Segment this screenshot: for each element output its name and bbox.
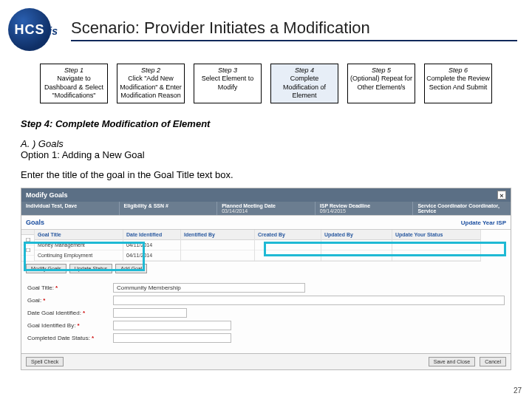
step-label: Step 6 <box>426 66 490 75</box>
goal-form: Goal Title:* Community Membership Goal:*… <box>21 276 511 353</box>
col-goal-title: Goal Title <box>35 230 123 240</box>
step-6: Step 6 Complete the Review Section And S… <box>424 64 492 103</box>
goal-label: Goal:* <box>27 297 109 304</box>
meta-individual: Individual Test, Dave <box>21 202 120 215</box>
goals-grid: ☐ ☐ Goal Title Money Management Continui… <box>21 230 511 262</box>
meta-value: 09/14/2015 <box>320 208 346 214</box>
step-label: Step 2 <box>119 66 183 75</box>
steps-row: Step 1 Navigate to Dashboard & Select "M… <box>0 52 532 108</box>
goals-subhead: A. ) Goals <box>0 132 532 149</box>
meta-label: Individual Test, Dave <box>26 203 115 208</box>
step-text: Complete the Review Section And Submit <box>426 75 490 90</box>
goal-title-cell[interactable]: Continuing Employment <box>35 250 123 261</box>
completed-date-status-label: Completed Date Status:* <box>27 335 109 341</box>
meta-eligibility: Eligibility & SSN # <box>120 202 218 215</box>
col-date-identified: Date Identified <box>123 230 180 240</box>
step-text: (Optional) Repeat for Other Element/s <box>350 75 412 90</box>
row-checkbox[interactable]: ☐ <box>21 235 34 245</box>
goal-identified-by-input[interactable] <box>113 321 231 330</box>
hcsis-logo: HCS is <box>7 7 59 52</box>
step-text: Navigate to Dashboard & Select "Modifica… <box>44 75 103 99</box>
col-cb <box>21 230 34 235</box>
date-goal-identified-label: Date Goal Identified:* <box>27 310 109 316</box>
title-underline <box>71 40 517 41</box>
cell <box>392 250 480 261</box>
panel-header: Modify Goals × <box>21 188 511 202</box>
col-created-by: Created By <box>255 230 321 240</box>
grid-action-buttons: Modify Goals Update Status Add Goal <box>21 262 511 276</box>
goal-title-input[interactable]: Community Membership <box>113 283 305 293</box>
col-updated-by: Updated By <box>321 230 392 240</box>
meta-isp-deadline: ISP Review Deadline 09/14/2015 <box>316 202 414 215</box>
meta-value: 03/14/2014 <box>222 208 248 214</box>
cell <box>181 240 254 250</box>
page-number: 27 <box>514 386 522 395</box>
cancel-button[interactable]: Cancel <box>480 357 506 366</box>
step-label: Step 1 <box>42 66 106 75</box>
logo-circle: HCS <box>8 8 51 51</box>
col-identified-by: Identified By <box>181 230 254 240</box>
date-cell: 04/11/2014 <box>123 240 180 250</box>
panel-bottom-buttons: Spell Check Save and Close Cancel <box>21 353 511 369</box>
logo-hc-text: HCS <box>14 22 44 38</box>
step-2: Step 2 Click "Add New Modification" & En… <box>117 64 185 103</box>
modify-goals-panel: Modify Goals × Individual Test, Dave Eli… <box>21 188 511 370</box>
modify-goals-button[interactable]: Modify Goals <box>26 264 66 273</box>
add-goal-button[interactable]: Add Goal <box>115 264 147 273</box>
update-year-isp-link[interactable]: Update Year ISP <box>461 219 506 226</box>
option-subhead: Option 1: Adding a New Goal <box>0 149 532 166</box>
goal-title-label: Goal Title:* <box>27 284 109 291</box>
save-and-close-button[interactable]: Save and Close <box>429 357 475 366</box>
date-goal-identified-input[interactable] <box>113 308 187 318</box>
cell <box>181 250 254 261</box>
meta-coordinator: Service Coordinator Coordinator, Service <box>413 202 511 215</box>
goals-bar: Goals Update Year ISP <box>21 215 511 230</box>
close-icon[interactable]: × <box>497 191 506 200</box>
step-text: Click "Add New Modification" & Enter Mod… <box>120 75 182 99</box>
meta-label: Eligibility & SSN # <box>124 203 213 208</box>
step-5: Step 5 (Optional) Repeat for Other Eleme… <box>347 64 415 103</box>
meta-label: Service Coordinator Coordinator, Service <box>417 203 506 214</box>
title-wrap: Scenario: Provider Initiates a Modificat… <box>71 18 517 41</box>
logo-is-text: is <box>49 25 58 37</box>
cell <box>255 250 321 261</box>
step-text: Complete Modification of Element <box>283 75 326 99</box>
meta-meeting-date: Planned Meeting Date 03/14/2014 <box>217 202 316 215</box>
step-1: Step 1 Navigate to Dashboard & Select "M… <box>40 64 108 103</box>
update-status-button[interactable]: Update Status <box>69 264 112 273</box>
goal-title-value: Community Membership <box>117 284 181 291</box>
goals-bar-title: Goals <box>26 219 44 226</box>
spell-check-button[interactable]: Spell Check <box>26 357 64 366</box>
goal-title-cell[interactable]: Money Management <box>35 240 123 250</box>
goal-input[interactable] <box>113 296 505 305</box>
step-text: Select Element to Modify <box>202 75 254 90</box>
cell <box>321 240 392 250</box>
step-label: Step 5 <box>349 66 413 75</box>
meta-label: Planned Meeting Date <box>222 203 310 208</box>
slide-title: Scenario: Provider Initiates a Modificat… <box>71 18 517 40</box>
goal-identified-by-label: Goal Identified By:* <box>27 322 109 329</box>
col-update-status: Update Your Status <box>392 230 480 240</box>
step-label: Step 3 <box>196 66 259 75</box>
step-3: Step 3 Select Element to Modify <box>194 64 262 103</box>
meta-label: ISP Review Deadline <box>320 203 409 208</box>
cell <box>255 240 321 250</box>
meta-row: Individual Test, Dave Eligibility & SSN … <box>21 202 511 215</box>
completed-date-status-input[interactable] <box>113 333 231 343</box>
row-checkbox[interactable]: ☐ <box>21 245 34 256</box>
step-label: Step 4 <box>273 66 336 75</box>
section-heading: Step 4: Complete Modification of Element <box>0 108 532 132</box>
instruction-text: Enter the title of the goal in the Goal … <box>0 166 532 188</box>
date-cell: 04/11/2014 <box>123 250 180 261</box>
panel-title: Modify Goals <box>26 191 68 199</box>
slide-header: HCS is Scenario: Provider Initiates a Mo… <box>0 0 532 52</box>
step-4: Step 4 Complete Modification of Element <box>270 64 338 103</box>
cell <box>392 240 480 250</box>
cell <box>321 250 392 261</box>
